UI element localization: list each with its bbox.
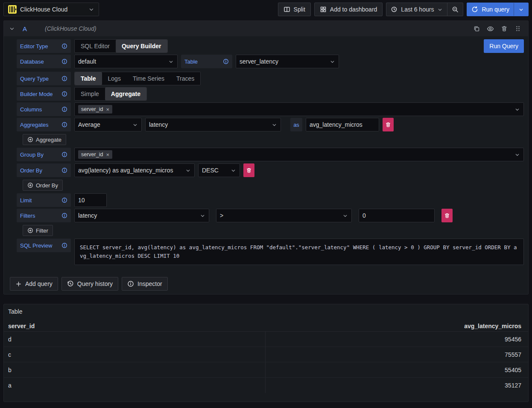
- datasource-hint: (ClickHouse Cloud): [45, 25, 96, 32]
- split-icon: [284, 6, 290, 13]
- remove-filter-button[interactable]: [441, 209, 453, 222]
- split-button[interactable]: Split: [278, 3, 311, 16]
- option-aggregate[interactable]: Aggregate: [105, 87, 146, 100]
- results-table-panel: Table server_id avg_latency_micros d 954…: [3, 304, 529, 402]
- collapse-chevron-icon[interactable]: [9, 26, 15, 32]
- query-history-button[interactable]: Query history: [61, 277, 118, 291]
- order-by-label: Order By: [20, 167, 42, 174]
- run-query-dropdown-button[interactable]: [514, 3, 528, 16]
- option-time-series[interactable]: Time Series: [127, 72, 170, 85]
- info-icon[interactable]: [61, 213, 67, 219]
- query-actions-footer: Add query Query history Inspector: [10, 277, 524, 291]
- inspector-button[interactable]: Inspector: [122, 277, 168, 291]
- aggregates-row: Aggregates Average latency as: [17, 118, 524, 131]
- field-label-filters: Filters: [17, 209, 71, 222]
- field-label-builder-mode: Builder Mode: [17, 87, 71, 101]
- builder-mode-label: Builder Mode: [20, 91, 53, 97]
- remove-chip-icon[interactable]: ×: [106, 107, 109, 112]
- hide-response-button[interactable]: [487, 25, 494, 32]
- chevron-down-icon: [437, 7, 443, 12]
- limit-input[interactable]: [74, 193, 107, 207]
- info-icon[interactable]: [61, 197, 67, 203]
- info-icon[interactable]: [223, 58, 229, 64]
- info-icon[interactable]: [61, 76, 67, 82]
- info-icon[interactable]: [61, 43, 67, 49]
- option-query-builder[interactable]: Query Builder: [116, 40, 167, 52]
- table-row: d 95456: [4, 332, 528, 347]
- query-ref-id[interactable]: A: [23, 25, 27, 32]
- builder-mode-row: Builder Mode Simple Aggregate: [17, 87, 524, 101]
- datasource-picker[interactable]: ClickHouse Cloud: [3, 3, 99, 16]
- time-zoom-out-button[interactable]: [447, 3, 463, 16]
- aggregate-column-value: latency: [149, 121, 168, 128]
- info-icon[interactable]: [61, 122, 67, 128]
- order-by-row: Order By avg(latency) as avg_latency_mic…: [17, 163, 524, 177]
- option-logs[interactable]: Logs: [102, 72, 127, 85]
- remove-order-by-button[interactable]: [243, 163, 254, 177]
- option-table[interactable]: Table: [75, 72, 102, 85]
- time-range-button[interactable]: Last 6 hours: [386, 3, 447, 16]
- aggregate-column-select[interactable]: latency: [145, 118, 281, 131]
- info-icon[interactable]: [61, 152, 67, 157]
- column-header-server-id[interactable]: server_id: [4, 323, 265, 329]
- cell-avg-latency: 55405: [265, 362, 528, 377]
- add-filter-label: Filter: [36, 227, 48, 234]
- info-icon[interactable]: [61, 167, 67, 173]
- cell-avg-latency: 95456: [265, 332, 528, 347]
- add-query-button[interactable]: Add query: [10, 277, 58, 291]
- add-filter-button[interactable]: Filter: [23, 225, 53, 236]
- remove-query-button[interactable]: [501, 25, 508, 32]
- run-query-button[interactable]: Run query: [467, 3, 514, 16]
- column-header-avg-latency-micros[interactable]: avg_latency_micros: [265, 323, 528, 329]
- columns-multiselect[interactable]: server_id ×: [74, 102, 524, 116]
- aggregate-alias-input[interactable]: [306, 118, 379, 131]
- add-filter-row: Filter: [23, 225, 524, 236]
- sql-preview-label: SQL Preview: [20, 242, 52, 249]
- run-query-controls: Run query: [467, 3, 529, 16]
- table-row: c 75557: [4, 347, 528, 362]
- cell-server-id: d: [4, 332, 265, 347]
- info-icon[interactable]: [61, 91, 67, 97]
- group-by-multiselect[interactable]: server_id ×: [74, 148, 524, 161]
- query-type-row: Query Type Table Logs Time Series Traces: [17, 72, 524, 85]
- history-icon: [67, 280, 74, 287]
- option-simple[interactable]: Simple: [75, 87, 105, 100]
- drag-query-handle[interactable]: [514, 25, 521, 32]
- add-to-dashboard-button[interactable]: Add to dashboard: [314, 3, 383, 16]
- chevron-down-icon: [514, 107, 520, 112]
- info-icon[interactable]: [61, 106, 67, 112]
- remove-chip-icon[interactable]: ×: [106, 152, 109, 157]
- info-icon[interactable]: [61, 58, 67, 64]
- clock-icon: [391, 6, 398, 13]
- split-label: Split: [294, 6, 305, 13]
- filter-operator-select[interactable]: >: [216, 209, 352, 222]
- filter-column-value: latency: [78, 212, 97, 219]
- clickhouse-logo-icon: [8, 5, 17, 14]
- info-icon[interactable]: [61, 242, 67, 248]
- table-select[interactable]: server_latency: [236, 55, 339, 68]
- plus-circle-icon: [27, 227, 33, 233]
- editor-type-toggle: SQL Editor Query Builder: [74, 39, 168, 53]
- option-traces[interactable]: Traces: [170, 72, 200, 85]
- database-select[interactable]: default: [74, 55, 178, 68]
- trash-icon: [444, 213, 450, 219]
- aggregate-function-select[interactable]: Average: [74, 118, 142, 131]
- add-to-dashboard-label: Add to dashboard: [330, 6, 377, 13]
- filters-row: Filters latency >: [17, 209, 524, 222]
- field-label-order-by: Order By: [17, 163, 71, 177]
- add-aggregate-button[interactable]: Aggregate: [23, 134, 66, 145]
- cell-server-id: a: [4, 378, 265, 393]
- run-query-editor-button[interactable]: Run Query: [484, 39, 524, 53]
- field-label-limit: Limit: [17, 193, 71, 207]
- query-history-label: Query history: [77, 280, 113, 287]
- order-by-field-select[interactable]: avg(latency) as avg_latency_micros: [74, 163, 195, 177]
- add-query-label: Add query: [25, 280, 53, 287]
- filter-value-input[interactable]: [359, 209, 435, 222]
- duplicate-query-button[interactable]: [473, 25, 480, 32]
- order-direction-select[interactable]: DESC: [198, 163, 240, 177]
- filter-column-select[interactable]: latency: [74, 209, 209, 222]
- remove-aggregate-button[interactable]: [383, 118, 394, 131]
- option-sql-editor[interactable]: SQL Editor: [75, 40, 116, 52]
- add-order-by-button[interactable]: Order By: [23, 180, 63, 191]
- trash-icon: [246, 167, 252, 173]
